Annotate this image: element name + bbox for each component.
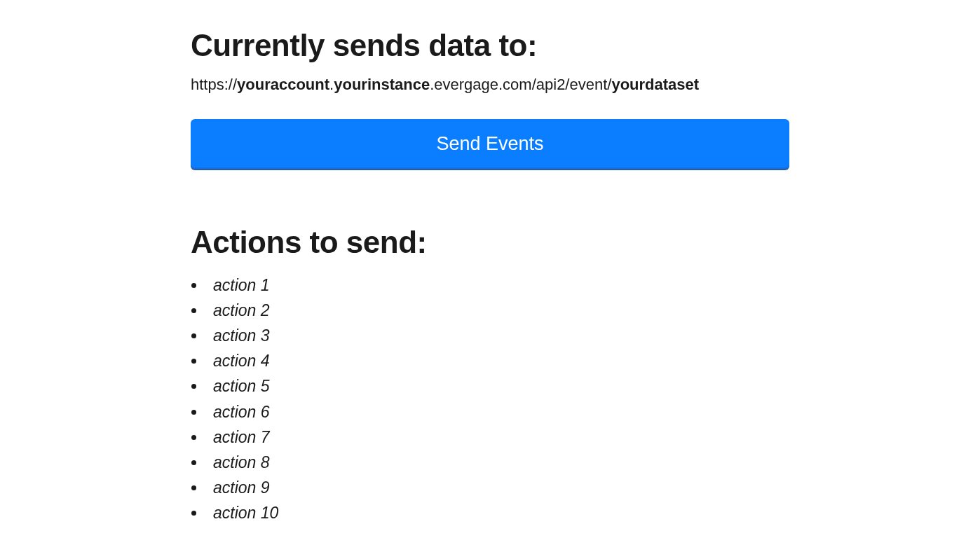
list-item: action 6 bbox=[206, 399, 789, 425]
page-title: Currently sends data to: bbox=[191, 28, 789, 63]
list-item: action 1 bbox=[206, 272, 789, 298]
list-item: action 2 bbox=[206, 298, 789, 323]
list-item: action 5 bbox=[206, 373, 789, 399]
endpoint-url: https://youraccount.yourinstance.evergag… bbox=[191, 76, 789, 94]
send-events-button[interactable]: Send Events bbox=[191, 119, 789, 169]
list-item: action 3 bbox=[206, 323, 789, 348]
actions-section-title: Actions to send: bbox=[191, 225, 789, 260]
url-account: youraccount bbox=[237, 76, 329, 93]
list-item: action 4 bbox=[206, 348, 789, 373]
actions-list: action 1 action 2 action 3 action 4 acti… bbox=[191, 272, 789, 525]
list-item: action 9 bbox=[206, 475, 789, 500]
url-mid: .evergage.com/api2/event/ bbox=[430, 76, 611, 93]
list-item: action 8 bbox=[206, 450, 789, 475]
main-container: Currently sends data to: https://youracc… bbox=[191, 0, 789, 525]
url-prefix: https:// bbox=[191, 76, 237, 93]
url-dataset: yourdataset bbox=[611, 76, 699, 93]
list-item: action 10 bbox=[206, 500, 789, 525]
list-item: action 7 bbox=[206, 425, 789, 450]
url-instance: yourinstance bbox=[334, 76, 430, 93]
